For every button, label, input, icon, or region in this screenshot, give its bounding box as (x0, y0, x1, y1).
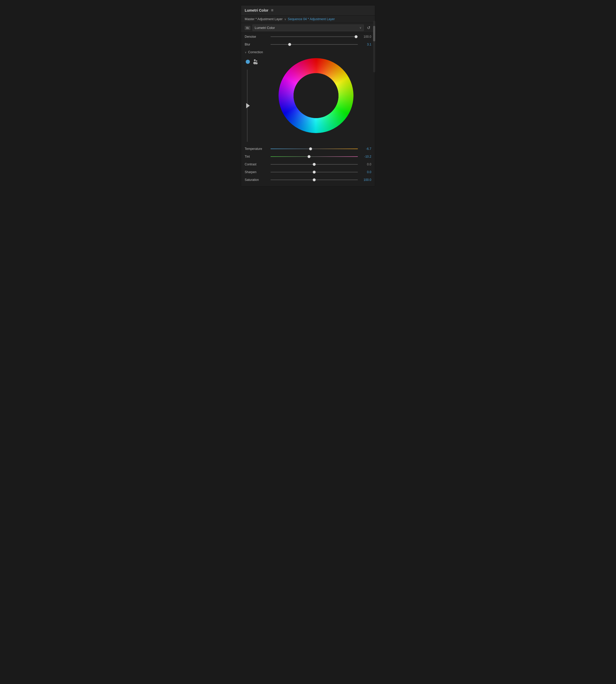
temperature-slider[interactable] (270, 147, 358, 151)
denoise-row: Denoise 100.0 (241, 33, 375, 41)
blur-thumb[interactable] (288, 43, 291, 46)
tint-thumb[interactable] (307, 155, 311, 158)
tint-value: -10.2 (360, 155, 371, 158)
breadcrumb-master[interactable]: Master * Adjustment Layer (245, 17, 283, 21)
breadcrumb-chevron-icon[interactable]: ∨ (284, 18, 286, 21)
tint-row: Tint -10.2 (241, 153, 375, 160)
sharpen-value: 0.0 (360, 170, 371, 174)
fx-badge: fx (245, 26, 250, 30)
chevron-down-icon: ∨ (359, 26, 361, 29)
blur-track (270, 44, 358, 45)
sharpen-row: Sharpen 0.0 (241, 168, 375, 176)
temperature-value: -6.7 (360, 147, 371, 151)
blur-value: 3.1 (360, 43, 371, 46)
scrollbar-thumb[interactable] (373, 26, 375, 41)
saturation-row: Saturation 100.0 (241, 176, 375, 184)
blur-label: Blur (245, 43, 268, 46)
breadcrumb-row: Master * Adjustment Layer ∨ Sequence 04 … (241, 16, 375, 23)
correction-sliders: Temperature -6.7 Tint (241, 145, 375, 186)
blur-slider[interactable] (270, 42, 358, 46)
denoise-thumb[interactable] (354, 35, 358, 38)
vertical-thumb[interactable] (246, 103, 250, 108)
color-wheel-wrapper (261, 58, 371, 133)
denoise-value: 100.0 (360, 35, 371, 39)
saturation-track (270, 180, 358, 180)
brightness-vertical-slider[interactable] (245, 69, 250, 142)
contrast-slider[interactable] (270, 162, 358, 167)
contrast-track (270, 164, 358, 164)
saturation-value: 100.0 (360, 178, 371, 182)
color-wheel[interactable] (279, 58, 353, 133)
effect-select-label: Lumetri Color (255, 26, 275, 30)
svg-point-2 (256, 61, 257, 62)
temperature-track (270, 149, 358, 149)
contrast-thumb[interactable] (313, 163, 316, 166)
sharpen-track (270, 172, 358, 172)
temperature-label: Temperature (245, 147, 268, 151)
contrast-row: Contrast 0.0 (241, 160, 375, 168)
scrollbar[interactable] (373, 21, 375, 72)
denoise-track (270, 37, 358, 37)
wheel-left-controls (245, 58, 258, 142)
sharpen-label: Sharpen (245, 170, 268, 174)
blur-row: Blur 3.1 (241, 41, 375, 48)
sharpen-slider[interactable] (270, 170, 358, 174)
correction-icons-row (245, 59, 258, 64)
svg-point-0 (254, 60, 256, 61)
breadcrumb-sequence[interactable]: Sequence 04 * Adjustment Layer (288, 17, 335, 21)
temperature-row: Temperature -6.7 (241, 145, 375, 153)
panel-title: Lumetri Color (245, 8, 268, 13)
svg-point-3 (256, 62, 258, 64)
effect-select[interactable]: Lumetri Color ∨ (252, 25, 364, 31)
person-icon[interactable] (252, 59, 258, 64)
tint-slider[interactable] (270, 155, 358, 159)
tint-track (270, 156, 358, 157)
saturation-label: Saturation (245, 178, 268, 182)
blue-dot-icon[interactable] (246, 60, 250, 64)
saturation-slider[interactable] (270, 178, 358, 182)
color-wheel-area (241, 56, 375, 145)
denoise-slider[interactable] (270, 35, 358, 39)
correction-section-header[interactable]: ∨ Correction (241, 48, 375, 56)
correction-title: Correction (248, 50, 263, 54)
reset-button[interactable]: ↺ (366, 25, 371, 31)
denoise-label: Denoise (245, 35, 268, 39)
panel-header: Lumetri Color ≡ (241, 5, 375, 16)
saturation-thumb[interactable] (313, 178, 316, 181)
content-area: Denoise 100.0 Blur 3.1 (241, 33, 375, 186)
contrast-label: Contrast (245, 162, 268, 166)
menu-icon[interactable]: ≡ (271, 8, 273, 13)
sharpen-thumb[interactable] (313, 171, 316, 174)
fx-row: fx Lumetri Color ∨ ↺ (241, 23, 375, 33)
tint-label: Tint (245, 155, 268, 158)
correction-chevron-icon: ∨ (245, 51, 246, 54)
temperature-thumb[interactable] (309, 147, 312, 150)
contrast-value: 0.0 (360, 162, 371, 166)
